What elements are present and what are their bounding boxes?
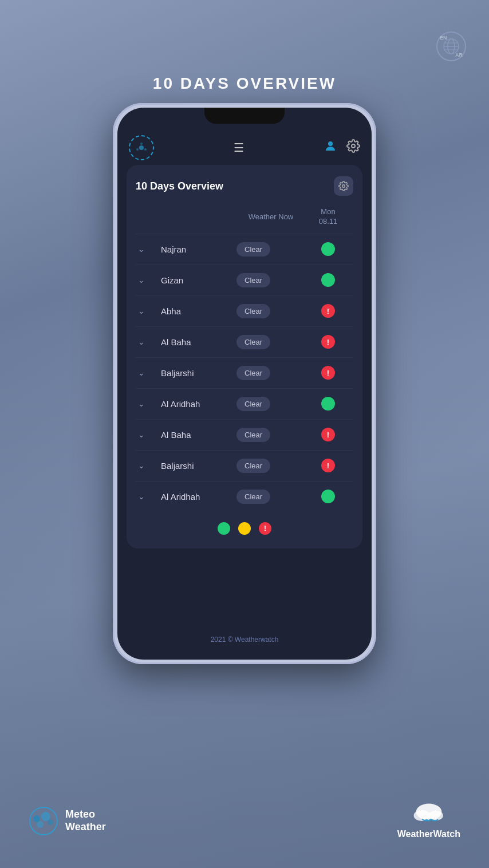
weather-badge: Clear xyxy=(236,273,305,287)
phone-footer: 2021 © Weatherwatch xyxy=(117,636,372,644)
chevron-down-icon[interactable]: ⌄ xyxy=(138,461,161,470)
svg-point-13 xyxy=(33,815,40,822)
card-header: 10 Days Overview xyxy=(136,176,353,196)
status-badge: ! xyxy=(305,459,351,472)
chevron-down-icon[interactable]: ⌄ xyxy=(138,306,161,315)
status-badge: ! xyxy=(305,304,351,318)
status-badge: ! xyxy=(305,428,351,441)
svg-point-10 xyxy=(352,144,355,148)
card-settings-button[interactable] xyxy=(334,176,353,196)
svg-point-16 xyxy=(37,821,44,828)
weather-badge: Clear xyxy=(236,459,305,473)
card-title: 10 Days Overview xyxy=(136,180,223,192)
phone-frame: ☰ 10 Days Ov xyxy=(113,103,376,664)
legend-green xyxy=(218,522,230,535)
chevron-down-icon[interactable]: ⌄ xyxy=(138,430,161,439)
svg-point-11 xyxy=(342,185,345,188)
location-name: Abha xyxy=(161,306,236,316)
status-badge: ! xyxy=(305,335,351,349)
branding-bar: Meteo Weather WeatherWatch xyxy=(0,803,489,839)
status-badge xyxy=(305,397,351,411)
legend-red: ! xyxy=(259,522,271,535)
table-row[interactable]: ⌄NajranClear xyxy=(136,234,353,265)
location-rows: ⌄NajranClear⌄GizanClear⌄AbhaClear!⌄Al Ba… xyxy=(136,234,353,512)
column-headers: Weather Now Mon 08.11 xyxy=(136,207,353,234)
table-row[interactable]: ⌄Al BahaClear! xyxy=(136,326,353,357)
overview-card: 10 Days Overview Weather Now Mon xyxy=(127,165,362,549)
svg-point-7 xyxy=(136,148,139,151)
table-row[interactable]: ⌄Al BahaClear! xyxy=(136,419,353,450)
top-navigation: ☰ xyxy=(117,131,372,165)
location-name: Al Aridhah xyxy=(161,399,236,409)
weather-badge: Clear xyxy=(236,428,305,442)
globe-icon[interactable]: EN AR xyxy=(436,31,466,61)
settings-icon[interactable] xyxy=(346,139,360,156)
chevron-down-icon[interactable]: ⌄ xyxy=(138,275,161,285)
nav-right-icons xyxy=(324,139,360,156)
weather-badge: Clear xyxy=(236,366,305,380)
chevron-down-icon[interactable]: ⌄ xyxy=(138,368,161,377)
legend-yellow xyxy=(238,522,251,535)
chevron-down-icon[interactable]: ⌄ xyxy=(138,399,161,408)
location-name: Gizan xyxy=(161,275,236,285)
weather-badge: Clear xyxy=(236,490,305,504)
svg-point-15 xyxy=(48,819,53,825)
screen-content: 10 Days Overview Weather Now Mon xyxy=(117,165,372,660)
user-icon[interactable] xyxy=(324,139,337,156)
svg-point-9 xyxy=(328,141,333,146)
location-name: Al Aridhah xyxy=(161,492,236,502)
location-name: Al Baha xyxy=(161,430,236,440)
table-row[interactable]: ⌄AbhaClear! xyxy=(136,295,353,326)
location-name: Baljarshi xyxy=(161,461,236,471)
app-logo xyxy=(129,135,154,160)
table-row[interactable]: ⌄GizanClear xyxy=(136,265,353,295)
table-row[interactable]: ⌄Al AridhahClear xyxy=(136,481,353,512)
brand-weatherwatch-text: WeatherWatch xyxy=(397,829,460,839)
status-badge xyxy=(305,242,351,256)
svg-point-14 xyxy=(41,812,50,821)
status-badge xyxy=(305,273,351,287)
brand-weatherwatch: WeatherWatch xyxy=(397,803,460,839)
chevron-down-icon[interactable]: ⌄ xyxy=(138,244,161,254)
lang-ar-label: AR xyxy=(455,52,463,58)
col-day-date: Mon 08.11 xyxy=(305,207,351,227)
brand-meteo-text: Meteo Weather xyxy=(65,808,106,833)
location-name: Baljarshi xyxy=(161,368,236,378)
phone-notch xyxy=(204,108,285,124)
status-badge xyxy=(305,490,351,503)
weather-badge: Clear xyxy=(236,397,305,411)
table-row[interactable]: ⌄Al AridhahClear xyxy=(136,388,353,419)
weather-badge: Clear xyxy=(236,304,305,318)
menu-icon[interactable]: ☰ xyxy=(234,141,244,155)
location-name: Najran xyxy=(161,244,236,254)
lang-en-label: EN xyxy=(440,35,447,41)
svg-point-12 xyxy=(30,807,57,835)
table-row[interactable]: ⌄BaljarshiClear! xyxy=(136,357,353,388)
table-row[interactable]: ⌄BaljarshiClear! xyxy=(136,450,353,481)
language-toggle[interactable]: EN AR xyxy=(436,31,466,61)
col-weather-now: Weather Now xyxy=(236,212,305,221)
chevron-down-icon[interactable]: ⌄ xyxy=(138,337,161,346)
page-title: 10 DAYS OVERVIEW xyxy=(0,74,489,93)
legend-row: ! xyxy=(136,512,353,539)
chevron-down-icon[interactable]: ⌄ xyxy=(138,492,161,501)
status-badge: ! xyxy=(305,366,351,380)
svg-point-6 xyxy=(140,143,143,145)
weather-badge: Clear xyxy=(236,242,305,257)
svg-point-5 xyxy=(139,145,144,150)
svg-point-8 xyxy=(144,148,147,151)
weather-badge: Clear xyxy=(236,335,305,349)
phone-screen: ☰ 10 Days Ov xyxy=(117,108,372,660)
brand-meteo: Meteo Weather xyxy=(29,806,106,836)
location-name: Al Baha xyxy=(161,337,236,347)
